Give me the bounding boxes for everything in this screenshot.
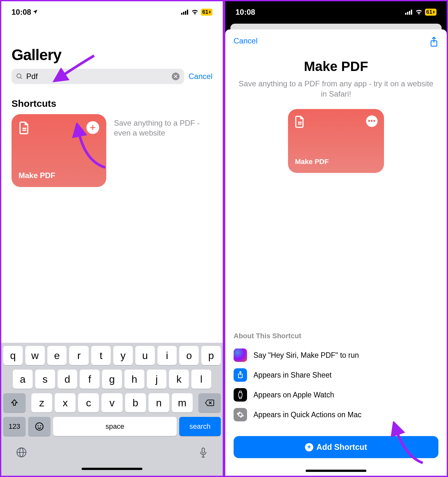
key-h[interactable]: h bbox=[124, 370, 144, 389]
emoji-key[interactable] bbox=[28, 417, 51, 436]
svg-rect-2 bbox=[185, 11, 186, 15]
key-k[interactable]: k bbox=[169, 370, 189, 389]
search-row: Cancel bbox=[1, 69, 223, 90]
svg-rect-0 bbox=[181, 13, 182, 15]
about-item: Appears on Apple Watch bbox=[234, 385, 438, 405]
share-button[interactable] bbox=[429, 36, 438, 49]
screenshot-add-shortcut-sheet: 10:08 61 Cancel Make PDF Save anything t… bbox=[224, 0, 448, 477]
backspace-icon bbox=[205, 399, 214, 406]
key-p[interactable]: p bbox=[201, 346, 221, 365]
key-u[interactable]: u bbox=[135, 346, 155, 365]
key-n[interactable]: n bbox=[148, 393, 169, 412]
svg-rect-26 bbox=[411, 10, 412, 15]
globe-icon bbox=[16, 447, 27, 458]
status-bar: 10:08 61 bbox=[225, 1, 447, 20]
home-indicator[interactable] bbox=[82, 468, 142, 470]
keyboard-bottom-row bbox=[3, 441, 221, 464]
ellipsis-icon: ••• bbox=[368, 117, 376, 125]
shortcut-card-label: Make PDF bbox=[19, 171, 55, 180]
search-box[interactable] bbox=[12, 69, 184, 84]
key-b[interactable]: b bbox=[125, 393, 146, 412]
key-s[interactable]: s bbox=[35, 370, 55, 389]
gallery-header: Gallery bbox=[1, 20, 223, 69]
key-m[interactable]: m bbox=[172, 393, 193, 412]
home-indicator[interactable] bbox=[306, 470, 366, 472]
keyboard-row-2: asdfghjkl bbox=[3, 370, 221, 389]
key-c[interactable]: c bbox=[78, 393, 99, 412]
status-icons: 61 bbox=[181, 9, 212, 16]
svg-point-16 bbox=[41, 426, 41, 426]
clear-search-button[interactable] bbox=[172, 73, 180, 80]
location-icon bbox=[32, 8, 38, 17]
key-z[interactable]: z bbox=[31, 393, 52, 412]
about-item-text: Say "Hey Siri, Make PDF" to run bbox=[253, 351, 359, 360]
shortcut-card-make-pdf[interactable]: Make PDF bbox=[12, 114, 106, 187]
gear-icon bbox=[234, 408, 247, 421]
plus-circle-icon: + bbox=[305, 443, 313, 451]
key-w[interactable]: w bbox=[25, 346, 45, 365]
key-r[interactable]: r bbox=[69, 346, 89, 365]
key-g[interactable]: g bbox=[102, 370, 122, 389]
shortcut-result-row: Make PDF Save anything to a PDF - even a… bbox=[1, 114, 223, 187]
cellular-icon bbox=[181, 10, 189, 15]
dictation-key[interactable] bbox=[198, 447, 208, 461]
about-item: Appears in Share Sheet bbox=[234, 365, 438, 385]
svg-rect-24 bbox=[407, 12, 408, 15]
about-item-text: Appears in Share Sheet bbox=[253, 371, 332, 379]
siri-icon bbox=[234, 348, 247, 362]
status-time: 10:08 bbox=[12, 8, 38, 17]
keyboard-row-4: 123 space search bbox=[3, 417, 221, 436]
svg-point-14 bbox=[36, 423, 43, 430]
globe-key[interactable] bbox=[16, 447, 27, 461]
shortcut-description: Save anything to a PDF - even a website bbox=[114, 114, 212, 138]
shortcut-preview-card[interactable]: ••• Make PDF bbox=[288, 109, 384, 173]
key-l[interactable]: l bbox=[191, 370, 211, 389]
microphone-icon bbox=[198, 447, 208, 458]
svg-rect-3 bbox=[187, 10, 188, 15]
page-title: Gallery bbox=[12, 46, 212, 64]
backspace-key[interactable] bbox=[198, 393, 221, 412]
svg-point-4 bbox=[17, 74, 21, 78]
svg-rect-23 bbox=[405, 13, 406, 15]
key-y[interactable]: y bbox=[113, 346, 133, 365]
key-x[interactable]: x bbox=[55, 393, 76, 412]
key-q[interactable]: q bbox=[3, 346, 23, 365]
shift-key[interactable] bbox=[3, 393, 26, 412]
shortcut-detail-sheet: Cancel Make PDF Save anything to a PDF f… bbox=[225, 29, 447, 476]
plus-icon bbox=[90, 124, 96, 131]
key-v[interactable]: v bbox=[101, 393, 122, 412]
key-a[interactable]: a bbox=[13, 370, 33, 389]
svg-rect-1 bbox=[183, 12, 184, 15]
about-item-text: Appears on Apple Watch bbox=[253, 391, 334, 399]
about-item-text: Appears in Quick Actions on Mac bbox=[253, 411, 362, 419]
cellular-icon bbox=[405, 10, 413, 15]
sheet-header: Cancel bbox=[225, 29, 447, 56]
screenshot-gallery-search: 10:08 61 Gallery Cancel Shortcuts bbox=[0, 0, 224, 477]
share-icon bbox=[234, 368, 247, 382]
cancel-button[interactable]: Cancel bbox=[234, 36, 258, 49]
about-section: About This Shortcut Say "Hey Siri, Make … bbox=[225, 332, 447, 430]
svg-rect-20 bbox=[202, 448, 204, 453]
x-icon bbox=[174, 75, 177, 78]
sheet-subtitle: Save anything to a PDF from any app - tr… bbox=[225, 74, 447, 109]
status-time: 10:08 bbox=[236, 8, 255, 17]
cancel-search-button[interactable]: Cancel bbox=[188, 72, 212, 81]
search-input[interactable] bbox=[26, 72, 169, 81]
key-f[interactable]: f bbox=[80, 370, 100, 389]
add-shortcut-icon[interactable] bbox=[86, 121, 99, 134]
add-shortcut-button[interactable]: + Add Shortcut bbox=[234, 436, 438, 458]
about-section-title: About This Shortcut bbox=[234, 332, 438, 340]
key-d[interactable]: d bbox=[58, 370, 77, 389]
key-i[interactable]: i bbox=[157, 346, 177, 365]
share-icon bbox=[429, 36, 438, 47]
key-j[interactable]: j bbox=[147, 370, 167, 389]
more-options-button[interactable]: ••• bbox=[366, 115, 378, 127]
keyboard[interactable]: qwertyuiop asdfghjkl zxcvbnm 123 space s… bbox=[1, 343, 223, 476]
key-t[interactable]: t bbox=[91, 346, 111, 365]
numbers-key[interactable]: 123 bbox=[3, 417, 26, 436]
space-key[interactable]: space bbox=[53, 417, 177, 436]
search-key[interactable]: search bbox=[179, 417, 221, 436]
key-o[interactable]: o bbox=[179, 346, 199, 365]
add-shortcut-label: Add Shortcut bbox=[316, 442, 367, 452]
key-e[interactable]: e bbox=[47, 346, 67, 365]
